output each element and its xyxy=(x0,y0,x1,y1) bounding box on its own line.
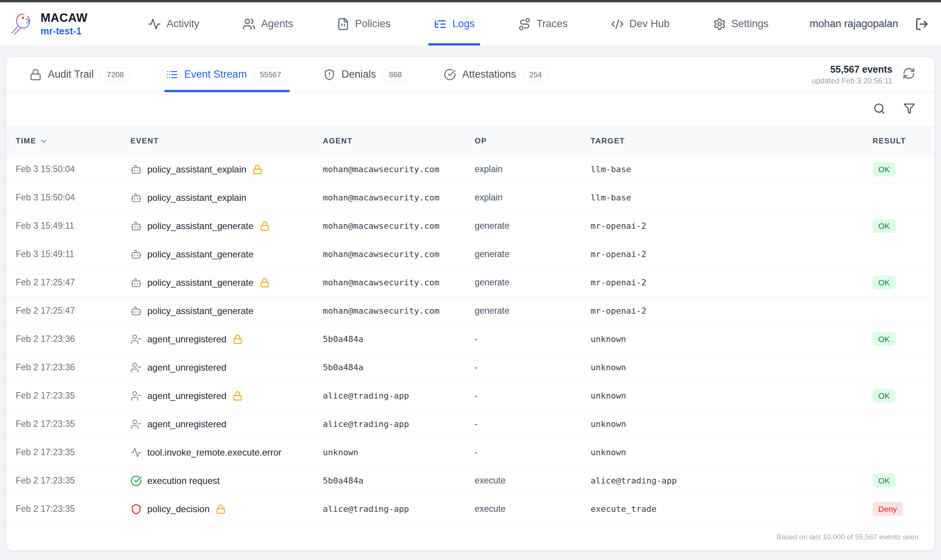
nav-item-policies[interactable]: Policies xyxy=(334,2,393,46)
nav-item-activity[interactable]: Activity xyxy=(146,2,202,46)
event-agent: mohan@macawsecurity.com xyxy=(323,278,475,287)
result-badge: OK xyxy=(873,219,895,233)
top-navigation-bar: MACAW mr-test-1 ActivityAgentsPoliciesLo… xyxy=(0,2,941,46)
event-name-cell: policy_assistant_explain xyxy=(130,192,323,203)
event-table-row[interactable]: Feb 3 15:50:04policy_assistant_explainmo… xyxy=(7,184,934,212)
event-time: Feb 2 17:23:36 xyxy=(16,334,130,344)
event-table-row[interactable]: Feb 2 17:23:35tool.invoke_remote.execute… xyxy=(7,438,934,467)
event-agent: alice@trading-app xyxy=(323,504,475,514)
event-name: execution request xyxy=(147,475,220,486)
footer-note: Based on last 10,000 of 55,567 events se… xyxy=(777,533,918,541)
event-name: tool.invoke_remote.execute.error xyxy=(147,447,282,458)
event-name-cell: agent_unregistered xyxy=(130,418,323,430)
log-out-icon[interactable] xyxy=(915,17,930,31)
lock-icon xyxy=(29,68,42,81)
nav-item-dev-hub[interactable]: Dev Hub xyxy=(609,2,672,46)
event-agent: mohan@macawsecurity.com xyxy=(323,221,475,231)
event-table-row[interactable]: Feb 3 15:49:11policy_assistant_generatem… xyxy=(7,212,934,240)
event-time: Feb 2 17:23:35 xyxy=(16,475,130,486)
event-name-cell: agent_unregistered xyxy=(130,334,323,345)
column-header-label: RESULT xyxy=(873,137,906,145)
filter-icon[interactable] xyxy=(903,103,917,116)
event-target: unknown xyxy=(591,391,873,400)
tab-attestations[interactable]: Attestations254 xyxy=(444,57,549,92)
nav-right: mohan rajagopalan xyxy=(810,17,930,31)
chevron-down-icon xyxy=(39,137,48,145)
primary-nav: ActivityAgentsPoliciesLogsTracesDev HubS… xyxy=(107,2,810,46)
event-time: Feb 2 17:25:47 xyxy=(16,306,130,316)
event-table-row[interactable]: Feb 2 17:23:36agent_unregistered5b0a484a… xyxy=(7,353,934,382)
tab-count-badge: 868 xyxy=(382,68,409,81)
nav-item-agents[interactable]: Agents xyxy=(240,2,295,46)
column-header-time[interactable]: TIME xyxy=(16,137,130,145)
tab-denials[interactable]: Denials868 xyxy=(323,57,409,92)
event-op: - xyxy=(475,447,591,457)
event-name-cell: policy_assistant_generate xyxy=(130,220,323,232)
event-op: execute xyxy=(475,475,591,486)
tab-event-stream[interactable]: Event Stream55567 xyxy=(166,57,288,92)
event-name: agent_unregistered xyxy=(147,391,226,401)
event-time: Feb 3 15:50:04 xyxy=(16,192,130,203)
event-op: - xyxy=(475,419,591,429)
event-table-row[interactable]: Feb 2 17:23:35agent_unregisteredalice@tr… xyxy=(7,382,934,410)
event-name: policy_assistant_explain xyxy=(147,164,246,175)
event-op: - xyxy=(475,362,591,373)
tab-audit-trail[interactable]: Audit Trail7208 xyxy=(29,57,131,92)
event-name-cell: policy_assistant_explain xyxy=(130,164,323,175)
event-table-row[interactable]: Feb 2 17:23:35agent_unregisteredalice@tr… xyxy=(7,410,934,438)
nav-item-traces[interactable]: Traces xyxy=(516,2,570,46)
event-time: Feb 2 17:23:36 xyxy=(16,362,130,373)
event-agent: mohan@macawsecurity.com xyxy=(323,306,475,316)
bot-icon xyxy=(130,305,142,317)
nav-item-label: Logs xyxy=(452,18,475,30)
event-table-row[interactable]: Feb 2 17:25:47policy_assistant_generatem… xyxy=(7,297,934,325)
event-table-row[interactable]: Feb 2 17:23:35policy_decisionalice@tradi… xyxy=(7,495,934,523)
event-op: - xyxy=(475,391,591,401)
event-target: mr-openai-2 xyxy=(591,306,873,316)
event-table-row[interactable]: Feb 3 15:49:11policy_assistant_generatem… xyxy=(7,240,934,269)
event-target: llm-base xyxy=(591,164,873,174)
event-agent: mohan@macawsecurity.com xyxy=(323,164,475,174)
brand[interactable]: MACAW mr-test-1 xyxy=(8,11,107,37)
column-header-label: OP xyxy=(475,137,487,145)
activity-icon xyxy=(130,447,142,458)
event-name-cell: tool.invoke_remote.execute.error xyxy=(130,447,323,458)
event-table-row[interactable]: Feb 2 17:25:47policy_assistant_generatem… xyxy=(7,269,934,297)
event-table-row[interactable]: Feb 3 15:50:04policy_assistant_explainmo… xyxy=(7,155,934,184)
shield-icon xyxy=(130,503,142,515)
user-minus-icon xyxy=(130,362,142,373)
gear-icon xyxy=(713,18,726,31)
nav-item-settings[interactable]: Settings xyxy=(711,2,771,46)
event-table-row[interactable]: Feb 2 17:23:35execution request5b0a484ae… xyxy=(7,467,934,495)
event-agent: unknown xyxy=(323,448,475,457)
event-name: policy_decision xyxy=(147,504,210,514)
event-agent: 5b0a484a xyxy=(323,334,475,344)
lock-icon xyxy=(216,504,226,514)
event-name-cell: policy_decision xyxy=(130,503,323,515)
event-agent: alice@trading-app xyxy=(323,419,475,429)
search-icon[interactable] xyxy=(873,103,887,116)
event-name-cell: execution request xyxy=(130,475,323,487)
event-time: Feb 2 17:25:47 xyxy=(16,277,130,288)
event-name: policy_assistant_generate xyxy=(147,221,254,231)
nav-item-logs[interactable]: Logs xyxy=(431,2,477,46)
event-target: unknown xyxy=(591,363,873,372)
refresh-icon[interactable] xyxy=(902,67,918,82)
page-content: Audit Trail7208Event Stream55567Denials8… xyxy=(0,57,941,551)
event-agent: mohan@macawsecurity.com xyxy=(323,193,475,202)
column-header-label: AGENT xyxy=(323,137,353,145)
event-table-row[interactable]: Feb 2 17:23:36agent_unregistered5b0a484a… xyxy=(7,325,934,353)
event-target: mr-openai-2 xyxy=(591,278,873,287)
event-target: unknown xyxy=(591,419,873,429)
event-agent: alice@trading-app xyxy=(323,391,475,400)
table-header-row: TIMEEVENTAGENTOPTARGETRESULT xyxy=(7,127,934,155)
event-agent: 5b0a484a xyxy=(323,363,475,372)
event-result-cell: Deny xyxy=(873,502,925,516)
user-name[interactable]: mohan rajagopalan xyxy=(810,18,898,30)
event-op: - xyxy=(475,334,591,344)
environment-name: mr-test-1 xyxy=(41,26,88,37)
nav-item-label: Settings xyxy=(731,18,769,30)
activity-icon xyxy=(148,18,161,31)
lock-icon xyxy=(260,221,270,231)
column-header-op: OP xyxy=(475,137,591,145)
